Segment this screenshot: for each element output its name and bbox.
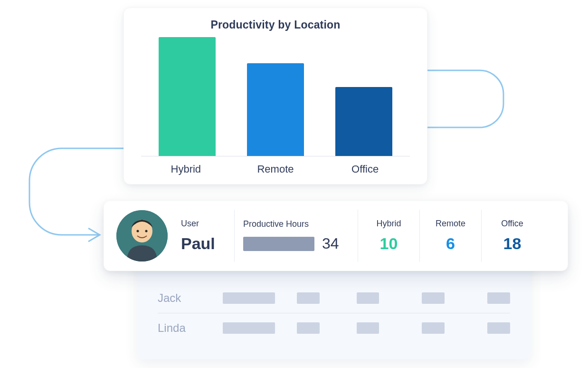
list-name: Jack	[158, 291, 214, 305]
placeholder	[357, 292, 379, 304]
placeholder	[223, 322, 275, 334]
productivity-chart-card: Productivity by Location Hybrid Remote O…	[123, 8, 427, 184]
user-name: Paul	[181, 234, 226, 253]
svg-point-3	[145, 230, 148, 232]
list-row: Jack	[158, 283, 510, 313]
avatar	[116, 210, 168, 261]
value-office: 18	[503, 234, 522, 253]
chart-label-hybrid: Hybrid	[148, 163, 224, 175]
value-remote: 6	[446, 234, 455, 253]
user-detail-card: User Paul Productive Hours 34 Hybrid 10 …	[104, 201, 568, 271]
placeholder	[487, 322, 510, 334]
header-office: Office	[501, 219, 523, 229]
placeholder	[422, 292, 445, 304]
bar-hybrid	[159, 37, 216, 156]
value-hybrid: 10	[380, 234, 398, 253]
chart-label-remote: Remote	[237, 163, 313, 175]
chart-title: Productivity by Location	[141, 19, 410, 31]
placeholder	[357, 322, 379, 334]
list-row: Linda	[158, 313, 510, 342]
chart-label-office: Office	[327, 163, 403, 175]
header-remote: Remote	[436, 219, 465, 229]
header-hybrid: Hybrid	[376, 219, 401, 229]
bar-office	[335, 87, 392, 156]
svg-point-2	[137, 230, 139, 232]
header-user: User	[181, 219, 226, 229]
productive-hours-value: 34	[322, 235, 339, 252]
placeholder	[297, 292, 320, 304]
list-name: Linda	[158, 321, 214, 335]
chart-plot-area	[141, 36, 410, 156]
placeholder	[422, 322, 445, 334]
placeholder	[487, 292, 510, 304]
placeholder	[297, 322, 320, 334]
productive-hours-bar	[243, 237, 314, 251]
placeholder	[223, 292, 275, 304]
bar-remote	[247, 63, 304, 156]
header-productive-hours: Productive Hours	[243, 219, 349, 229]
